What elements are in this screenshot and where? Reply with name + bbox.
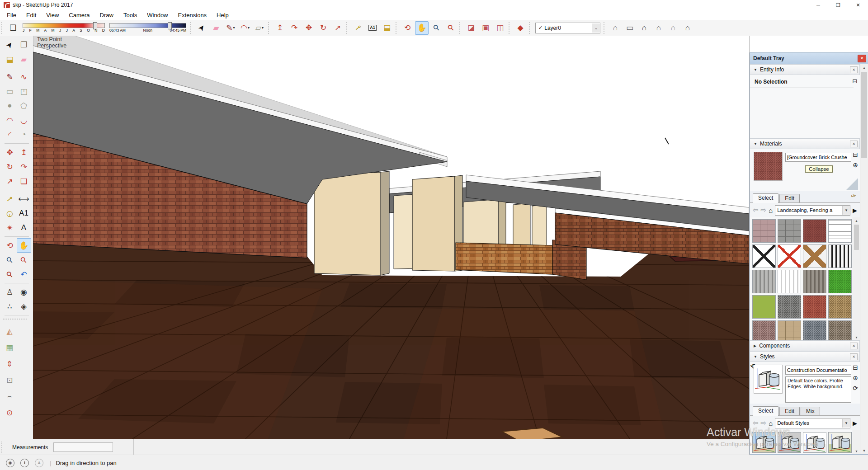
zoom-window-tool[interactable]: ⚲ — [17, 253, 31, 267]
style-name-field[interactable] — [785, 366, 851, 375]
section-plane-tool[interactable]: ◪ — [464, 21, 478, 35]
offset-tool[interactable]: ❏ — [17, 174, 31, 188]
scroll-up-icon[interactable]: ▲ — [863, 64, 866, 71]
material-swatch-river-pebbles[interactable] — [778, 320, 801, 340]
shadow-time-slider-track[interactable] — [109, 23, 186, 28]
material-swatch-wood-fence-gray[interactable] — [752, 270, 776, 293]
menu-window[interactable]: Window — [142, 11, 173, 19]
toolbar-grip[interactable] — [346, 22, 349, 34]
protractor-tool[interactable]: ◶ — [3, 206, 17, 221]
material-swatch-wood-planks-weathered[interactable] — [803, 270, 826, 293]
left-view-tool[interactable]: ⌂ — [681, 21, 694, 35]
components-close-button[interactable]: ✕ — [850, 343, 858, 349]
current-style-thumbnail[interactable] — [754, 365, 783, 394]
sign-in-icon[interactable]: ♟ — [35, 459, 43, 467]
expand-triangle-icon[interactable]: ▶ — [754, 344, 756, 348]
close-button[interactable]: ✕ — [848, 0, 868, 10]
details-arrow-icon[interactable]: ▶ — [853, 420, 857, 427]
push-pull-tool[interactable]: ↥ — [17, 145, 31, 160]
orbit-tool[interactable]: ⟲ — [401, 21, 414, 35]
collapse-triangle-icon[interactable]: ▼ — [754, 355, 757, 359]
create-material-icon[interactable]: ⊕ — [853, 161, 858, 169]
style-thumbnail-white-background[interactable] — [803, 432, 826, 453]
styles-tab-mix[interactable]: Mix — [801, 407, 820, 415]
line-tool[interactable]: ✎▾ — [224, 21, 237, 35]
arc-tool[interactable]: ◠▾ — [238, 21, 252, 35]
shadow-time-slider-handle[interactable] — [168, 22, 172, 29]
circle-tool[interactable]: ● — [3, 99, 17, 113]
home-icon[interactable]: ⌂ — [769, 419, 773, 427]
text-tool[interactable]: A1 — [17, 206, 31, 221]
display-section-planes-tool[interactable]: ▣ — [479, 21, 492, 35]
menu-file[interactable]: File — [2, 11, 21, 19]
materials-header[interactable]: ▼ Materials ✕ — [750, 138, 860, 149]
materials-close-button[interactable]: ✕ — [850, 141, 858, 147]
shadow-time-slider[interactable]: 06:43 AMNoon04:45 PM — [109, 23, 186, 33]
menu-tools[interactable]: Tools — [118, 11, 142, 19]
details-arrow-icon[interactable]: ▶ — [853, 207, 857, 214]
two-point-arc-tool[interactable]: ◡ — [17, 113, 31, 127]
forward-icon[interactable]: ⇨ — [761, 419, 767, 427]
styles-close-button[interactable]: ✕ — [850, 353, 858, 360]
dropdown-arrow-icon[interactable]: ▼ — [842, 419, 850, 428]
shapes-dropdown-icon[interactable]: ▾ — [262, 26, 264, 30]
walk-tool[interactable]: ∴ — [3, 299, 17, 314]
styles-header[interactable]: ▼ Styles ✕ — [750, 351, 860, 362]
material-swatch-grass-light[interactable] — [752, 295, 776, 319]
pan-tool[interactable]: ✋ — [415, 21, 429, 35]
scrollbar-thumb[interactable] — [854, 225, 859, 250]
entity-info-header[interactable]: ▼ Entity Info ✕ — [750, 64, 860, 75]
tray-scrollbar-thumb[interactable] — [861, 72, 867, 158]
polygon-tool[interactable]: ⬠ — [17, 99, 31, 113]
top-view-tool[interactable]: ▭ — [623, 21, 637, 35]
material-swatch-wood-cross[interactable] — [803, 244, 826, 268]
shapes-tool[interactable]: ▱▾ — [253, 21, 266, 35]
drape-tool[interactable]: ⌢ — [2, 389, 17, 404]
follow-me-tool[interactable]: ↷ — [17, 160, 31, 174]
minimize-button[interactable]: ─ — [808, 0, 828, 10]
toolbar-grip[interactable] — [459, 22, 462, 34]
material-swatch-crushed-brick-red[interactable] — [803, 295, 826, 319]
tape-measure-tool[interactable]: ⊸ — [3, 192, 17, 206]
scale-tool[interactable]: ↗ — [331, 21, 344, 35]
create-style-icon[interactable]: ⊕ — [853, 374, 858, 381]
eraser-tool[interactable]: ▰ — [209, 21, 223, 35]
material-swatch-gravel-mixed[interactable] — [828, 320, 852, 340]
material-swatch-brick-red-dark[interactable] — [803, 219, 826, 243]
current-material-thumbnail[interactable] — [754, 152, 783, 181]
entity-info-close-button[interactable]: ✕ — [850, 66, 858, 73]
toolbar-grip[interactable] — [268, 22, 271, 34]
line-dropdown-icon[interactable]: ▾ — [233, 26, 235, 30]
add-detail-tool[interactable]: ⊙ — [2, 405, 17, 420]
move-tool[interactable]: ✥ — [3, 145, 17, 160]
material-swatch-grass-green[interactable] — [828, 270, 852, 293]
arc-dropdown-icon[interactable]: ▾ — [248, 26, 250, 30]
style-thumbnail-green-ground[interactable] — [828, 432, 852, 453]
geolocation-icon[interactable]: ◉ — [6, 459, 14, 467]
claim-credit-icon[interactable]: ℹ — [20, 459, 29, 467]
material-swatch-lattice-black[interactable] — [752, 244, 776, 268]
move-tool[interactable]: ✥ — [302, 21, 316, 35]
styles-tab-select[interactable]: Select — [753, 406, 778, 416]
styles-collection-dropdown[interactable]: Default Styles ▼ — [775, 418, 850, 428]
iso-view-tool[interactable]: ⌂ — [609, 21, 622, 35]
menu-draw[interactable]: Draw — [95, 11, 118, 19]
toolbar-grip[interactable] — [1, 22, 5, 34]
push-pull-tool[interactable]: ↥ — [273, 21, 287, 35]
rotate-tool[interactable]: ↻ — [316, 21, 330, 35]
zoom-extents-tool[interactable]: ⚲ — [3, 267, 17, 282]
menu-camera[interactable]: Camera — [64, 11, 94, 19]
position-camera-tool[interactable]: ♙ — [3, 285, 17, 299]
material-swatch-barbed-wire[interactable] — [828, 219, 852, 243]
tray-close-button[interactable]: ✕ — [858, 55, 866, 62]
pie-tool[interactable]: ◔ — [17, 127, 31, 142]
smoove-tool[interactable]: ⇕ — [2, 357, 17, 371]
rectangle-tool[interactable]: ▭ — [3, 84, 17, 99]
front-view-tool[interactable]: ⌂ — [637, 21, 651, 35]
menu-extensions[interactable]: Extensions — [173, 11, 212, 19]
pan-tool[interactable]: ✋ — [17, 238, 31, 253]
3d-text-tool[interactable]: A — [17, 221, 31, 235]
style-thumbnail-gray-background[interactable] — [778, 432, 801, 453]
back-view-tool[interactable]: ⌂ — [666, 21, 680, 35]
dropdown-arrow-icon[interactable]: ▼ — [842, 206, 850, 215]
